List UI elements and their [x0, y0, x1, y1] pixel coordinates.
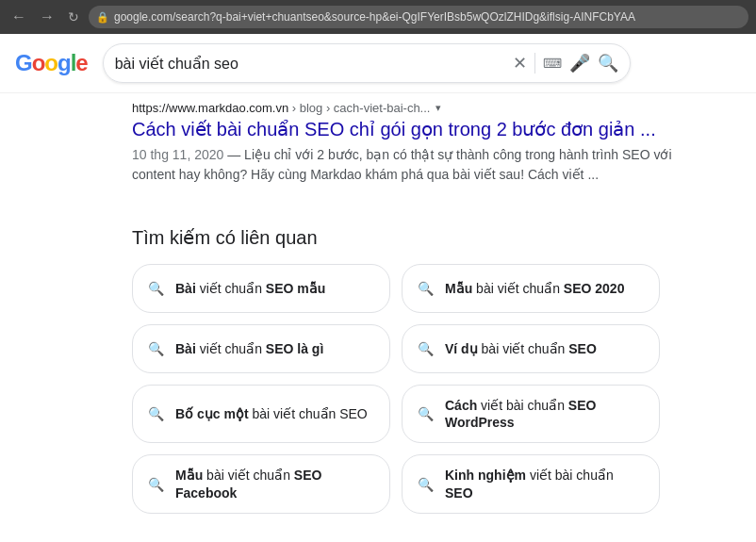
related-search-icon-5: 🔍 [148, 406, 164, 421]
related-text-2: Mẫu bài viết chuẩn SEO 2020 [445, 280, 624, 297]
related-search-icon-3: 🔍 [148, 341, 164, 356]
related-item-3[interactable]: 🔍 Bài viết chuẩn SEO là gì [132, 324, 390, 373]
result-path: › blog › cach-viet-bai-ch... [292, 101, 431, 115]
related-search-icon-4: 🔍 [418, 341, 434, 356]
result-card: https://www.markdao.com.vn › blog › cach… [132, 101, 698, 185]
result-date: 10 thg 11, 2020 [132, 147, 223, 162]
related-search-icon-1: 🔍 [148, 281, 164, 296]
related-text-4: Ví dụ bài viết chuẩn SEO [445, 340, 597, 357]
voice-icon[interactable]: 🎤 [569, 53, 590, 74]
clear-icon[interactable]: ✕ [513, 55, 527, 72]
search-results: https://www.markdao.com.vn › blog › cach… [0, 93, 756, 211]
lock-icon: 🔒 [96, 11, 109, 24]
related-item-5[interactable]: 🔍 Bố cục một bài viết chuẩn SEO [132, 385, 390, 443]
logo-letter-e: e [75, 50, 87, 75]
related-item-8[interactable]: 🔍 Kinh nghiệm viết bài chuẩn SEO [402, 454, 660, 513]
related-item-4[interactable]: 🔍 Ví dụ bài viết chuẩn SEO [402, 324, 660, 373]
related-text-3: Bài viết chuẩn SEO là gì [175, 340, 323, 357]
related-item-2[interactable]: 🔍 Mẫu bài viết chuẩn SEO 2020 [402, 264, 660, 313]
search-icon[interactable]: 🔍 [598, 53, 618, 74]
related-item-1[interactable]: 🔍 Bài viết chuẩn SEO mẫu [132, 264, 390, 313]
result-dropdown-icon[interactable]: ▾ [436, 102, 441, 114]
related-search-icon-2: 🔍 [418, 281, 434, 296]
result-domain: https://www.markdao.com.vn [132, 101, 288, 115]
forward-button[interactable]: → [36, 7, 58, 27]
related-text-1: Bài viết chuẩn SEO mẫu [175, 280, 325, 297]
search-input[interactable] [115, 55, 505, 72]
result-snippet: 10 thg 11, 2020 — Liệu chỉ với 2 bước, b… [132, 145, 698, 185]
logo-letter-g2: g [58, 50, 71, 75]
related-searches-grid: 🔍 Bài viết chuẩn SEO mẫu 🔍 Mẫu bài viết … [132, 264, 660, 514]
pagination-section: Goooooooooole › 1 2 3 4 5 6 7 8 9 10 Tiế… [0, 529, 756, 542]
logo-letter-g: G [15, 50, 32, 75]
search-bar[interactable]: ✕ ⌨ 🎤 🔍 [103, 43, 631, 83]
related-search-icon-8: 🔍 [418, 477, 434, 492]
result-title[interactable]: Cách viết bài chuẩn SEO chỉ gói gọn tron… [132, 117, 698, 141]
browser-chrome: ← → ↻ 🔒 google.com/search?q-bai+viet+chu… [0, 0, 756, 34]
address-bar[interactable]: 🔒 google.com/search?q-bai+viet+chuantseo… [89, 6, 748, 28]
related-text-8: Kinh nghiệm viết bài chuẩn SEO [445, 467, 644, 501]
google-page: Google ✕ ⌨ 🎤 🔍 https://www.markdao.com.v… [0, 34, 756, 542]
result-url: https://www.markdao.com.vn › blog › cach… [132, 101, 430, 115]
related-searches-title: Tìm kiếm có liên quan [132, 226, 660, 249]
keyboard-icon[interactable]: ⌨ [543, 56, 562, 71]
related-item-7[interactable]: 🔍 Mẫu bài viết chuẩn SEO Facebook [132, 454, 390, 513]
reload-button[interactable]: ↻ [64, 8, 83, 26]
related-text-6: Cách viết bài chuẩn SEO WordPress [445, 397, 644, 431]
related-searches-section: Tìm kiếm có liên quan 🔍 Bài viết chuẩn S… [0, 211, 660, 529]
google-header: Google ✕ ⌨ 🎤 🔍 [0, 34, 756, 93]
related-text-7: Mẫu bài viết chuẩn SEO Facebook [175, 467, 374, 501]
result-url-line: https://www.markdao.com.vn › blog › cach… [132, 101, 698, 115]
back-button[interactable]: ← [8, 7, 30, 27]
search-divider [534, 53, 535, 74]
url-text: google.com/search?q-bai+viet+chuantseo&s… [114, 10, 635, 24]
logo-letter-o1: o [32, 50, 45, 75]
logo-letter-o2: o [44, 50, 58, 75]
google-logo: Google [15, 50, 88, 76]
related-search-icon-6: 🔍 [418, 406, 434, 421]
related-item-6[interactable]: 🔍 Cách viết bài chuẩn SEO WordPress [402, 385, 660, 443]
result-separator: — [227, 147, 244, 162]
related-text-5: Bố cục một bài viết chuẩn SEO [175, 405, 368, 422]
related-search-icon-7: 🔍 [148, 477, 164, 492]
